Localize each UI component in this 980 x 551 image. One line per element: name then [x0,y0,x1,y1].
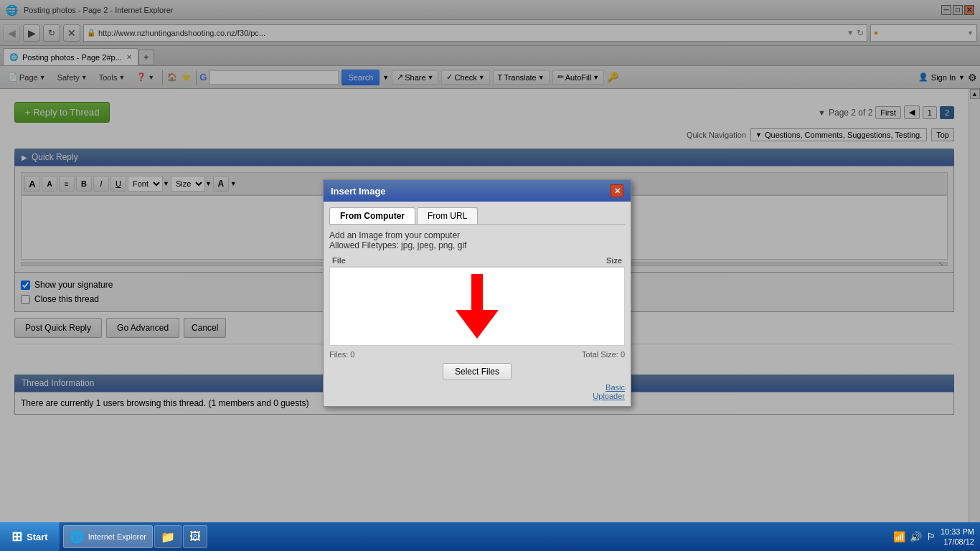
extra-app-icon: 🖼 [189,530,201,543]
ie-taskbar-label: Internet Explorer [88,532,146,541]
ie-taskbar-icon: 🌐 [70,530,84,544]
taskbar-app-ie[interactable]: 🌐 Internet Explorer [63,525,153,548]
action-center-icon: 🏳 [926,531,936,542]
uploader-link[interactable]: Uploader [593,392,625,400]
modal-overlay: Insert Image ✕ From Computer From URL Ad… [0,0,980,551]
files-count-text: Files: 0 [329,350,354,359]
modal-title: Insert Image [331,186,386,197]
tab-from-url[interactable]: From URL [417,207,478,224]
taskbar-right: 📶 🔊 🏳 10:33 PM 17/08/12 [887,527,980,547]
modal-info: Add an Image from your computer Allowed … [329,230,625,250]
insert-image-modal: Insert Image ✕ From Computer From URL Ad… [323,179,631,407]
clock[interactable]: 10:33 PM 17/08/12 [941,527,974,547]
volume-icon: 🔊 [910,531,922,542]
taskbar-app-explorer[interactable]: 📁 [154,525,182,548]
file-table-header: File Size [329,255,625,267]
modal-tabs: From Computer From URL [329,207,625,225]
windows-logo-icon: ⊞ [11,529,22,545]
network-icon: 📶 [893,531,905,542]
drop-arrow-indicator [456,274,499,339]
taskbar-app-extra[interactable]: 🖼 [183,525,207,548]
file-stats: Files: 0 Total Size: 0 [329,349,625,360]
basic-link[interactable]: Basic [606,383,625,392]
modal-info-line2: Allowed Filetypes: jpg, jpeg, png, gif [329,240,625,250]
start-label: Start [27,532,48,542]
total-size-text: Total Size: 0 [582,350,625,359]
select-files-button[interactable]: Select Files [443,363,512,380]
taskbar-apps: 🌐 Internet Explorer 📁 🖼 [60,525,887,548]
time-display: 10:33 PM [941,527,974,537]
modal-info-line1: Add an Image from your computer [329,230,625,240]
svg-marker-1 [456,310,499,339]
col-file-label: File [332,256,346,265]
svg-rect-0 [471,274,483,314]
select-files-container: Select Files [329,363,625,380]
date-display: 17/08/12 [941,537,974,547]
start-button[interactable]: ⊞ Start [0,522,60,551]
taskbar: ⊞ Start 🌐 Internet Explorer 📁 🖼 📶 🔊 🏳 10… [0,522,980,551]
col-size-label: Size [606,256,622,265]
drop-arrow-icon [456,274,499,339]
modal-titlebar: Insert Image ✕ [324,180,631,202]
tab-from-computer[interactable]: From Computer [329,207,415,224]
modal-body: From Computer From URL Add an Image from… [324,202,631,406]
explorer-taskbar-icon: 📁 [161,530,175,544]
basic-uploader-area: Basic Uploader [329,383,625,400]
file-drop-area[interactable] [329,267,625,346]
modal-close-button[interactable]: ✕ [611,184,623,197]
